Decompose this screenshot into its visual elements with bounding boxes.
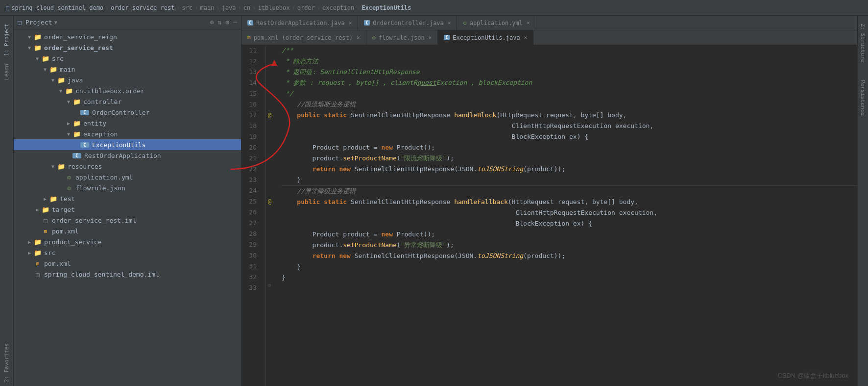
sidebar-tab-project[interactable]: 1: Project [1, 20, 12, 60]
editor-area: C RestOrderApplication.java ✕ C OrderCon… [241, 16, 857, 386]
yml-icon: ⚙ [65, 174, 73, 181]
line-numbers: 11 12 13 14 15 16 17 18 19 20 21 22 23 2… [241, 45, 266, 386]
code-editor[interactable]: 11 12 13 14 15 16 17 18 19 20 21 22 23 2… [241, 45, 857, 386]
tab-icon-RestOrderApplication: C [247, 20, 253, 26]
tab-bar-top: C RestOrderApplication.java ✕ C OrderCon… [241, 16, 857, 30]
sidebar-tab-favorites[interactable]: 2: Favorites [1, 339, 12, 386]
tree-item-order_service_rest[interactable]: ▼ 📁 order_service_rest [14, 42, 241, 53]
class-icon: C [80, 110, 89, 115]
folder-icon: 📁 [33, 33, 42, 41]
folder-icon: 📁 [41, 55, 50, 62]
code-line-13: * 返回值: SentinelClientHttpResponse [282, 67, 857, 77]
breadcrumb-item-5[interactable]: java [222, 4, 236, 11]
tree-item-product-service[interactable]: ▶ 📁 product_service [14, 236, 241, 247]
code-line-25: public static SentinelClientHttpResponse… [282, 197, 857, 207]
locate-icon[interactable]: ⊕ [210, 19, 214, 26]
tree-item-java[interactable]: ▼ 📁 java [14, 75, 241, 85]
annotation-marker-17: @ [268, 110, 271, 121]
tree-item-OrderController[interactable]: C OrderController [14, 107, 241, 118]
code-line-33 [282, 283, 857, 294]
iml-icon: □ [33, 271, 42, 278]
tree-item-src2[interactable]: ▶ 📁 src [14, 247, 241, 258]
tab-close-application-yml[interactable]: ✕ [527, 20, 530, 26]
sidebar-tab-learn[interactable]: Learn [1, 60, 12, 84]
breadcrumb-item-6[interactable]: cn [243, 4, 250, 11]
folder-icon: 📁 [33, 238, 42, 246]
tab-OrderController[interactable]: C OrderController.java ✕ [358, 16, 457, 30]
tab-close-RestOrderApplication[interactable]: ✕ [349, 20, 352, 26]
tree-item-order_service_reign[interactable]: ▼ 📁 order_service_reign [14, 31, 241, 42]
tree-item-target[interactable]: ▶ 📁 target [14, 204, 241, 215]
code-line-26: ClientHttpRequestExecution execution, [282, 207, 857, 218]
tree-item-ExceptionUtils[interactable]: C ExceptionUtils [14, 139, 241, 150]
tree-item-src[interactable]: ▼ 📁 src [14, 53, 241, 64]
code-line-11: /** [282, 45, 857, 56]
tab-RestOrderApplication[interactable]: C RestOrderApplication.java ✕ [241, 16, 358, 30]
tree-item-flowrule-json[interactable]: ⚙ flowrule.json [14, 182, 241, 193]
tree-item-entity[interactable]: ▶ 📁 entity [14, 118, 241, 129]
tree-item-resources[interactable]: ▼ 📁 resources [14, 161, 241, 172]
right-sidebar: Z: Structure Persistence [857, 16, 868, 386]
code-line-12: * 静态方法 [282, 56, 857, 67]
breadcrumb-item-8[interactable]: order [297, 4, 315, 11]
tree-item-pom-xml[interactable]: m pom.xml [14, 226, 241, 236]
tree-item-test[interactable]: ▶ 📁 test [14, 193, 241, 204]
folder-icon: 📁 [49, 66, 58, 73]
settings-icon[interactable]: ⚙ [225, 19, 229, 26]
breadcrumb-item-1[interactable]: spring_cloud_sentinel_demo [11, 4, 103, 11]
dropdown-icon[interactable]: ▼ [54, 20, 57, 25]
tab-icon-ExceptionUtils: C [444, 35, 450, 40]
annotation-marker-25: @ [268, 196, 271, 207]
tree-item-spring-cloud-iml[interactable]: □ spring_cloud_sentinel_demo.iml [14, 269, 241, 280]
tree-item-controller[interactable]: ▼ 📁 controller [14, 96, 241, 107]
tree-item-exception[interactable]: ▼ 📁 exception [14, 129, 241, 139]
minimize-icon[interactable]: — [233, 19, 237, 26]
tab-close-flowrule[interactable]: ✕ [429, 34, 432, 41]
tree-item-cn-itbluebox-order[interactable]: ▼ 📁 cn.itbluebox.order [14, 85, 241, 96]
code-line-23: } [282, 175, 857, 185]
tree-item-application-yml[interactable]: ⚙ application.yml [14, 172, 241, 182]
tab-icon-yml: ⚙ [463, 20, 466, 26]
tab-ExceptionUtils[interactable]: C ExceptionUtils.java ✕ [438, 30, 533, 45]
folder-icon: 📁 [72, 120, 81, 127]
breadcrumb-item-2[interactable]: order_service_rest [111, 4, 174, 11]
tab-icon-flowrule: ⚙ [372, 34, 376, 41]
tree-item-RestOrderApplication[interactable]: C RestOrderApplication [14, 150, 241, 161]
tab-close-pom[interactable]: ✕ [357, 34, 360, 41]
code-content[interactable]: /** * 静态方法 * 返回值: SentinelClientHttpResp… [278, 45, 857, 386]
tab-close-OrderController[interactable]: ✕ [448, 20, 451, 26]
panel-icons: ⊕ ⇅ ⚙ — [210, 19, 237, 26]
tab-pom-xml[interactable]: m pom.xml (order_service_rest) ✕ [241, 30, 366, 45]
tab-flowrule-json[interactable]: ⚙ flowrule.json ✕ [366, 30, 438, 45]
tab-application-yml[interactable]: ⚙ application.yml ✕ [457, 16, 536, 30]
tree-item-root-pom-xml[interactable]: m pom.xml [14, 258, 241, 269]
tree-item-order-service-rest-iml[interactable]: □ order_service_rest.iml [14, 215, 241, 226]
panel-title: Project ▼ [25, 19, 206, 26]
panel-header: □ Project ▼ ⊕ ⇅ ⚙ — [14, 16, 241, 29]
breadcrumb-item-7[interactable]: itbluebox [258, 4, 289, 11]
breadcrumb-item-4[interactable]: main [200, 4, 215, 11]
folder-icon: □ [18, 19, 22, 26]
breadcrumb-item-9[interactable]: exception [322, 4, 354, 11]
breadcrumb-item-3[interactable]: src [182, 4, 193, 11]
tree-item-main[interactable]: ▼ 📁 main [14, 64, 241, 75]
code-line-21: product.setProductName("限流熔断降级"); [282, 153, 857, 164]
code-line-29: product.setProductName("异常熔断降级"); [282, 240, 857, 251]
code-line-30: return new SentinelClientHttpResponse(JS… [282, 251, 857, 261]
folder-icon: 📁 [41, 206, 50, 213]
class-icon: C [80, 142, 89, 148]
class-icon: C [72, 153, 81, 158]
folder-icon: 📁 [57, 163, 66, 170]
sidebar-tab-structure[interactable]: Z: Structure [858, 20, 868, 66]
watermark: CSDN @蓝盒子itbluebox [777, 371, 848, 380]
json-icon: ⚙ [65, 184, 73, 192]
breadcrumb-item-10[interactable]: ExceptionUtils [362, 4, 411, 11]
folder-icon: 📁 [33, 44, 42, 51]
code-line-16: //限流熔断业务逻辑 [282, 99, 857, 110]
code-line-31: } [282, 261, 857, 272]
sort-icon[interactable]: ⇅ [218, 19, 222, 26]
sidebar-tab-persistence[interactable]: Persistence [858, 76, 868, 120]
folder-icon: 📁 [49, 195, 58, 203]
tab-close-ExceptionUtils[interactable]: ✕ [524, 34, 528, 41]
code-line-32: } [282, 272, 857, 283]
